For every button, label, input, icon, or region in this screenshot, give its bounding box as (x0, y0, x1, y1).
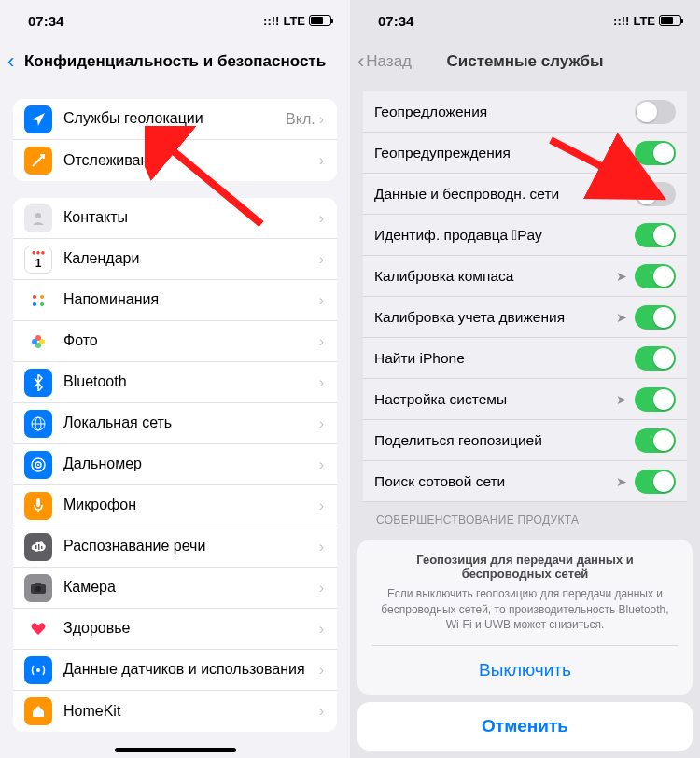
location-arrow-icon: ➤ (616, 187, 627, 202)
toggle-row[interactable]: Настройка системы➤ (363, 379, 687, 420)
chevron-right-icon: › (319, 662, 324, 679)
row-label: Микрофон (63, 497, 319, 513)
toggle-row[interactable]: Идентиф. продавца Pay (363, 215, 687, 256)
row-remind[interactable]: Напоминания› (13, 280, 337, 321)
status-right: ::!! LTE (263, 14, 331, 28)
battery-icon (659, 15, 681, 26)
location-arrow-icon: ➤ (616, 474, 627, 489)
row-label: Отслеживание (63, 152, 319, 169)
sheet-turn-off-button[interactable]: Выключить (372, 646, 678, 695)
row-label: Камера (63, 579, 319, 596)
row-speech[interactable]: Распознавание речи› (13, 526, 337, 568)
row-label: Локальная сеть (63, 414, 319, 431)
row-label: Bluetooth (63, 373, 319, 390)
toggle-row[interactable]: Данные и беспроводн. сети➤ (363, 174, 687, 215)
svg-point-22 (36, 668, 40, 672)
lan-icon (24, 410, 52, 438)
svg-point-3 (33, 302, 36, 306)
row-location-services[interactable]: Службы геолокации Вкл. › (13, 99, 337, 140)
row-health[interactable]: Здоровье› (13, 609, 337, 650)
svg-rect-16 (35, 545, 37, 549)
toggle-switch[interactable] (635, 305, 676, 330)
toggle-switch[interactable] (635, 428, 676, 453)
toggle-switch[interactable] (635, 470, 676, 494)
photos-icon (24, 328, 52, 356)
toggle-switch[interactable] (635, 141, 676, 165)
back-button[interactable]: ‹ (7, 51, 14, 72)
chevron-right-icon: › (319, 251, 324, 268)
row-label: Дальномер (63, 456, 319, 472)
toggle-row[interactable]: Найти iPhone (363, 338, 687, 379)
health-icon (24, 615, 52, 643)
svg-point-8 (32, 339, 37, 344)
chevron-right-icon: › (319, 210, 324, 227)
contacts-icon (24, 204, 52, 232)
toggle-row[interactable]: Калибровка учета движения➤ (363, 297, 687, 338)
chevron-right-icon: › (319, 415, 324, 432)
row-label: Найти iPhone (374, 350, 635, 367)
row-label: Геопредупреждения (374, 145, 616, 161)
sheet-cancel-button[interactable]: Отменить (357, 702, 693, 751)
location-arrow-icon: ➤ (616, 310, 627, 325)
location-icon (24, 105, 52, 133)
row-sensor[interactable]: Данные датчиков и использования› (13, 650, 337, 691)
toggle-switch[interactable] (635, 387, 676, 412)
toggle-switch[interactable] (635, 223, 676, 247)
sheet-title: Геопозиция для передачи данных и беспров… (372, 553, 678, 581)
svg-point-1 (33, 295, 36, 299)
row-photos[interactable]: Фото› (13, 321, 337, 362)
toggle-switch[interactable] (635, 100, 676, 124)
toggle-row[interactable]: Поиск сотовой сети➤ (363, 461, 687, 502)
row-range[interactable]: Дальномер› (13, 444, 337, 485)
svg-point-20 (35, 586, 41, 592)
row-label: Напоминания (63, 291, 319, 308)
network-label: LTE (283, 14, 305, 28)
toggle-switch[interactable] (635, 182, 676, 206)
row-label: Здоровье (63, 620, 319, 637)
row-cam[interactable]: Камера› (13, 568, 337, 609)
row-label: Настройка системы (374, 391, 616, 408)
row-label: Идентиф. продавца Pay (374, 227, 635, 244)
toggle-switch[interactable] (635, 346, 676, 371)
bt-icon (24, 369, 52, 397)
chevron-right-icon: › (319, 111, 324, 128)
toggle-row[interactable]: Калибровка компаса➤ (363, 256, 687, 297)
row-tracking[interactable]: Отслеживание › (13, 140, 337, 181)
sheet-body: Если выключить геопозицию для передачи д… (372, 586, 678, 646)
row-lan[interactable]: Локальная сеть› (13, 403, 337, 444)
toggle-row[interactable]: Поделиться геопозицией (363, 420, 687, 461)
row-cal[interactable]: ●●●1Календари› (13, 239, 337, 280)
toggle-row[interactable]: Геопредупреждения➤ (363, 133, 687, 174)
row-bt[interactable]: Bluetooth› (13, 362, 337, 403)
row-home[interactable]: HomeKit› (13, 691, 337, 732)
row-contacts[interactable]: Контакты› (13, 198, 337, 239)
signal-icon: ::!! (263, 14, 279, 28)
home-indicator (115, 748, 236, 752)
page-title: Системные службы (446, 52, 603, 71)
row-label: Калибровка компаса (374, 268, 616, 285)
row-label: Данные датчиков и использования (63, 661, 319, 678)
chevron-right-icon: › (319, 621, 324, 638)
toggle-row[interactable]: Геопредложения (363, 91, 687, 133)
back-label: Назад (366, 52, 412, 71)
nav-bar: ‹ Конфиденциальность и безопасность (0, 41, 350, 82)
speech-icon (24, 533, 52, 561)
svg-rect-21 (35, 583, 41, 585)
chevron-right-icon: › (319, 580, 324, 597)
toggle-switch[interactable] (635, 264, 676, 288)
nav-bar: ‹ Назад Системные службы (350, 41, 700, 82)
row-mic[interactable]: Микрофон› (13, 485, 337, 526)
back-button[interactable]: ‹ Назад (357, 51, 412, 72)
chevron-right-icon: › (319, 498, 324, 514)
svg-rect-15 (36, 498, 40, 507)
row-label: Календари (63, 250, 319, 267)
range-icon (24, 451, 52, 479)
row-label: Фото (63, 332, 319, 349)
svg-rect-18 (41, 546, 43, 549)
row-label: Данные и беспроводн. сети (374, 186, 616, 203)
status-time: 07:34 (378, 13, 413, 29)
row-label: Поделиться геопозицией (374, 432, 635, 449)
row-label: Геопредложения (374, 104, 635, 120)
mic-icon (24, 492, 52, 520)
sheet-panel: Геопозиция для передачи данных и беспров… (357, 540, 693, 695)
